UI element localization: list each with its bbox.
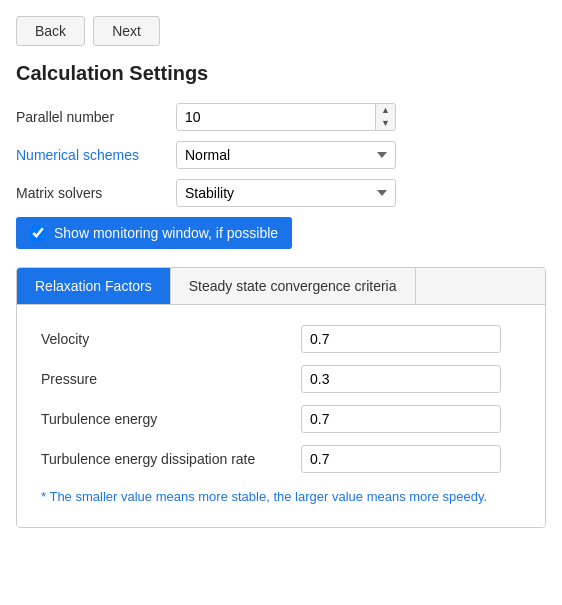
parallel-number-input[interactable] [177, 104, 375, 130]
matrix-solvers-row: Matrix solvers Stability Speed Balanced [16, 179, 546, 207]
tab-relaxation-content: Velocity Pressure Turbulence energy Turb… [17, 305, 545, 527]
turbulence-energy-label: Turbulence energy [41, 411, 301, 427]
tabs-header: Relaxation Factors Steady state converge… [17, 268, 545, 305]
matrix-solvers-label: Matrix solvers [16, 185, 176, 201]
nav-buttons: Back Next [16, 16, 546, 46]
parallel-number-spinbox: ▲ ▼ [176, 103, 396, 131]
velocity-input[interactable] [301, 325, 501, 353]
numerical-schemes-select[interactable]: Normal High Resolution Low Diffusion [176, 141, 396, 169]
spinbox-up-button[interactable]: ▲ [376, 104, 395, 117]
back-button[interactable]: Back [16, 16, 85, 46]
pressure-row: Pressure [41, 365, 521, 393]
page-title: Calculation Settings [16, 62, 546, 85]
pressure-label: Pressure [41, 371, 301, 387]
monitoring-window-label: Show monitoring window, if possible [54, 225, 278, 241]
turbulence-dissipation-input[interactable] [301, 445, 501, 473]
tab-relaxation-factors[interactable]: Relaxation Factors [17, 268, 171, 304]
parallel-number-label: Parallel number [16, 109, 176, 125]
note-text: * The smaller value means more stable, t… [41, 487, 521, 507]
pressure-input[interactable] [301, 365, 501, 393]
tabs-panel: Relaxation Factors Steady state converge… [16, 267, 546, 528]
numerical-schemes-label: Numerical schemes [16, 147, 176, 163]
parallel-number-row: Parallel number ▲ ▼ [16, 103, 546, 131]
velocity-label: Velocity [41, 331, 301, 347]
tab-steady-state[interactable]: Steady state convergence criteria [171, 268, 416, 304]
turbulence-dissipation-row: Turbulence energy dissipation rate [41, 445, 521, 473]
spinbox-down-button[interactable]: ▼ [376, 117, 395, 130]
monitoring-window-checkbox[interactable] [30, 225, 46, 241]
turbulence-energy-row: Turbulence energy [41, 405, 521, 433]
monitoring-window-row[interactable]: Show monitoring window, if possible [16, 217, 292, 249]
spinbox-buttons: ▲ ▼ [375, 104, 395, 130]
velocity-row: Velocity [41, 325, 521, 353]
matrix-solvers-select[interactable]: Stability Speed Balanced [176, 179, 396, 207]
turbulence-energy-input[interactable] [301, 405, 501, 433]
turbulence-dissipation-label: Turbulence energy dissipation rate [41, 451, 301, 467]
next-button[interactable]: Next [93, 16, 160, 46]
numerical-schemes-row: Numerical schemes Normal High Resolution… [16, 141, 546, 169]
